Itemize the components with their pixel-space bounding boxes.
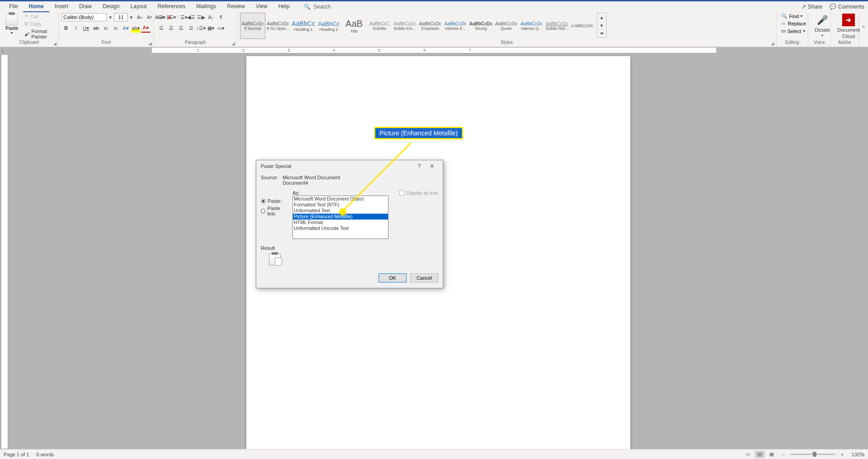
tab-draw[interactable]: Draw — [74, 1, 97, 12]
style-item[interactable]: AABBCCDC — [570, 13, 595, 39]
align-right-icon[interactable]: ☰ — [177, 24, 186, 33]
style-item[interactable]: AaBbCcDc¶ Normal — [240, 13, 265, 39]
paragraph-dialog-launcher[interactable]: ◢ — [230, 41, 236, 46]
list-item[interactable]: Unformatted Unicode Text — [293, 225, 388, 231]
tab-view[interactable]: View — [250, 1, 273, 12]
style-item[interactable]: AaBbCcHeading 1 — [291, 13, 316, 39]
styles-up-icon[interactable]: ▴ — [597, 13, 606, 21]
line-spacing-icon[interactable]: ↕☰▾ — [197, 24, 206, 33]
list-item[interactable]: Microsoft Word Document Object — [293, 196, 388, 202]
style-item[interactable]: AaBTitle — [341, 13, 367, 39]
style-item[interactable]: AaBbCcDcIntense E... — [443, 13, 468, 39]
decrease-indent-icon[interactable]: ◀☰ — [187, 13, 196, 22]
style-item[interactable]: AaBbCcCSubtitle — [367, 13, 392, 39]
borders-icon[interactable]: ▭▾ — [216, 24, 225, 33]
style-item[interactable]: AaBbCcDc¶ No Spac... — [265, 13, 291, 39]
tab-home[interactable]: Home — [23, 1, 49, 12]
styles-down-icon[interactable]: ▾ — [597, 21, 606, 29]
styles-dialog-launcher[interactable]: ◢ — [770, 41, 775, 46]
increase-font-icon[interactable]: A▴ — [135, 13, 144, 22]
copy-button[interactable]: ⧉Copy — [23, 20, 56, 27]
style-item[interactable]: AaBbCcDcQuote — [494, 13, 519, 39]
cancel-button[interactable]: Cancel — [410, 273, 438, 282]
subscript-button[interactable]: x2 — [101, 24, 110, 33]
tab-mailings[interactable]: Mailings — [191, 1, 221, 12]
dialog-titlebar[interactable]: Paste Special ? ✕ — [256, 160, 443, 172]
tab-insert[interactable]: Insert — [49, 1, 74, 12]
text-effects-icon[interactable]: A▾ — [121, 24, 130, 33]
numbering-icon[interactable]: 1☰▾ — [167, 13, 176, 22]
zoom-in-icon[interactable]: + — [837, 451, 847, 458]
ok-button[interactable]: OK — [379, 273, 407, 282]
decrease-font-icon[interactable]: A▾ — [145, 13, 154, 22]
font-size-select[interactable] — [114, 13, 128, 21]
style-item[interactable]: AaBbCcDcSubtle Em... — [392, 13, 417, 39]
font-name-select[interactable] — [62, 13, 107, 21]
status-page[interactable]: Page 1 of 1 — [4, 452, 29, 457]
list-item[interactable]: Picture (Enhanced Metafile) — [293, 214, 388, 220]
tab-review[interactable]: Review — [222, 1, 250, 12]
list-item[interactable]: HTML Format — [293, 220, 388, 225]
display-as-icon-checkbox[interactable]: Display as icon — [399, 190, 438, 196]
web-layout-icon[interactable]: ▦ — [767, 451, 777, 458]
bullets-icon[interactable]: •☰▾ — [157, 13, 166, 22]
tab-references[interactable]: References — [152, 1, 191, 12]
chevron-down-icon[interactable]: ▾ — [108, 13, 113, 22]
replace-button[interactable]: ↔Replace — [779, 20, 808, 27]
horizontal-ruler[interactable]: 1234567 — [151, 47, 717, 53]
paste-link-radio[interactable]: Paste link: — [261, 206, 289, 216]
bold-button[interactable]: B — [62, 24, 71, 33]
superscript-button[interactable]: x2 — [111, 24, 120, 33]
align-center-icon[interactable]: ☰ — [167, 24, 176, 33]
increase-indent-icon[interactable]: ☰▶ — [197, 13, 206, 22]
underline-button[interactable]: U▾ — [82, 24, 91, 33]
strikethrough-button[interactable]: ab — [91, 24, 101, 33]
style-item[interactable]: AaBbCcDcSubtle Ref... — [544, 13, 570, 39]
styles-gallery[interactable]: AaBbCcDc¶ NormalAaBbCcDc¶ No Spac...AaBb… — [240, 13, 595, 39]
shading-icon[interactable]: ▦▾ — [206, 24, 216, 33]
comments-button[interactable]: 💬 Comments — [830, 4, 864, 10]
close-button[interactable]: ✕ — [426, 163, 438, 169]
format-painter-button[interactable]: 🖌Format Painter — [23, 28, 56, 40]
style-item[interactable]: AaBbCcDcIntense Q... — [519, 13, 544, 39]
style-item[interactable]: AaBbCcDcEmphasis — [417, 13, 443, 39]
status-words[interactable]: 0 words — [36, 452, 54, 457]
search-box[interactable]: 🔍 Search — [304, 4, 331, 10]
justify-icon[interactable]: ☰ — [187, 24, 196, 33]
zoom-out-icon[interactable]: − — [778, 451, 788, 458]
zoom-slider[interactable] — [790, 454, 835, 455]
document-cloud-button[interactable]: ➔ Document Cloud — [834, 13, 863, 40]
paste-radio[interactable]: Paste: — [261, 198, 289, 204]
paste-button[interactable]: Paste ▾ — [3, 13, 21, 36]
styles-more-icon[interactable]: ⏷ — [597, 29, 606, 38]
print-layout-icon[interactable]: ▤ — [755, 451, 765, 458]
style-item[interactable]: AaBbCcHeading 2 — [316, 13, 341, 39]
font-dialog-launcher[interactable]: ◢ — [147, 41, 153, 46]
list-item[interactable]: Unformatted Text — [293, 208, 388, 214]
show-marks-icon[interactable]: ¶ — [216, 13, 225, 22]
sort-icon[interactable]: A↓ — [206, 13, 216, 22]
align-left-icon[interactable]: ☰ — [157, 24, 166, 33]
read-mode-icon[interactable]: ▭ — [743, 451, 753, 458]
list-item[interactable]: Formatted Text (RTF) — [293, 202, 388, 208]
vertical-ruler[interactable] — [1, 54, 8, 449]
help-button[interactable]: ? — [413, 163, 426, 169]
tab-file[interactable]: File — [4, 1, 23, 12]
share-button[interactable]: ↗ Share — [801, 4, 822, 10]
clipboard-dialog-launcher[interactable]: ◢ — [52, 41, 58, 46]
cut-button[interactable]: ✂Cut — [23, 13, 56, 19]
font-color-icon[interactable]: A▾ — [141, 24, 150, 33]
chevron-down-icon[interactable]: ▾ — [129, 13, 134, 22]
as-listbox[interactable]: Microsoft Word Document ObjectFormatted … — [293, 196, 388, 239]
style-item[interactable]: AaBbCcDcStrong — [468, 13, 494, 39]
dictate-button[interactable]: 🎤 Dictate ▾ — [811, 13, 834, 38]
tab-help[interactable]: Help — [273, 1, 295, 12]
multilevel-icon[interactable]: ⋮☰▾ — [177, 13, 186, 22]
italic-button[interactable]: I — [72, 24, 81, 33]
find-button[interactable]: 🔍Find▾ — [779, 13, 808, 19]
zoom-level[interactable]: 132% — [852, 452, 864, 457]
tab-design[interactable]: Design — [97, 1, 125, 12]
tab-layout[interactable]: Layout — [125, 1, 152, 12]
select-button[interactable]: ▭Select▾ — [779, 28, 808, 34]
highlight-icon[interactable]: ab▾ — [131, 24, 140, 33]
